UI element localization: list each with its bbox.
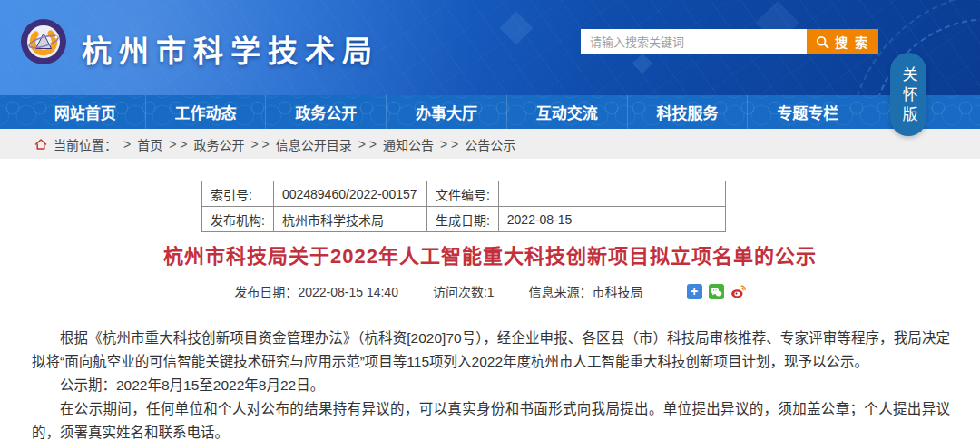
search-input[interactable] <box>581 29 807 54</box>
breadcrumb-separator: > > <box>169 137 187 152</box>
main-nav: 网站首页 工作动态 政务公开 办事大厅 互动交流 科技服务 专题专栏 <box>0 95 980 129</box>
breadcrumb-item-public-announcements[interactable]: 公告公示 <box>465 135 515 153</box>
table-row: 发布机构: 杭州市科学技术局 生成日期: 2022-08-15 <box>202 207 726 232</box>
nav-item-service-hall[interactable]: 办事大厅 <box>387 95 507 129</box>
breadcrumb-item-home[interactable]: 首页 <box>137 135 162 153</box>
publish-date: 发布日期：2022-08-15 14:40 <box>234 282 398 300</box>
index-number-label: 索引号: <box>202 181 274 207</box>
info-source-label: 信息来源： <box>529 285 593 299</box>
breadcrumb-separator: > > <box>440 137 458 152</box>
generated-date-label: 生成日期: <box>426 207 498 232</box>
table-row: 索引号: 002489460/2022-00157 文件编号: <box>202 181 726 207</box>
breadcrumb: 当前位置： > 首页 > > 政务公开 > > 信息公开目录 > > 通知公告 … <box>0 129 980 159</box>
visit-count-label: 访问次数: <box>433 285 487 299</box>
publish-date-value: 2022-08-15 14:40 <box>298 285 398 299</box>
nav-item-special-topics[interactable]: 专题专栏 <box>748 95 867 129</box>
breadcrumb-item-gov-affairs[interactable]: 政务公开 <box>193 135 244 153</box>
generated-date-value: 2022-08-15 <box>498 207 725 232</box>
share-buttons: + <box>687 284 746 299</box>
search-button[interactable]: 搜 索 <box>807 29 878 54</box>
breadcrumb-item-info-catalog[interactable]: 信息公开目录 <box>276 135 352 153</box>
nav-item-tech-services[interactable]: 科技服务 <box>628 95 749 129</box>
site-title: 杭州市科学技术局 <box>82 27 379 71</box>
visit-count: 访问次数:1 <box>433 282 495 300</box>
article-title: 杭州市科技局关于2022年人工智能重大科技创新项目拟立项名单的公示 <box>0 240 980 269</box>
article-paragraph: 公示期：2022年8月15至2022年8月22日。 <box>32 374 950 397</box>
info-source: 信息来源：市科技局 <box>529 282 643 300</box>
publisher-value: 杭州市科学技术局 <box>273 207 426 232</box>
file-number-value <box>498 181 725 207</box>
article-body: 根据《杭州市重大科技创新项目资金管理办法》（杭科资[2020]70号），经企业申… <box>32 327 950 440</box>
site-header: 杭州市科学技术局 搜 索 <box>0 0 980 95</box>
nav-item-gov-affairs[interactable]: 政务公开 <box>266 95 387 129</box>
care-version-tab[interactable]: 关怀版 <box>890 53 926 136</box>
visit-count-value: 1 <box>487 285 495 299</box>
search-button-label: 搜 索 <box>835 33 869 51</box>
breadcrumb-location-label: 当前位置： <box>54 135 117 153</box>
home-icon <box>34 138 47 151</box>
breadcrumb-separator: > <box>123 137 131 152</box>
nav-item-home[interactable]: 网站首页 <box>25 95 146 129</box>
search-bar: 搜 索 <box>581 29 878 54</box>
bureau-logo-icon[interactable] <box>20 18 67 65</box>
nav-item-news[interactable]: 工作动态 <box>146 95 267 129</box>
article-meta: 发布日期：2022-08-15 14:40 访问次数:1 信息来源：市科技局 + <box>0 282 980 300</box>
main-nav-items: 网站首页 工作动态 政务公开 办事大厅 互动交流 科技服务 专题专栏 <box>25 95 867 129</box>
publisher-label: 发布机构: <box>202 207 274 232</box>
breadcrumb-separator: > > <box>250 137 269 152</box>
info-source-value: 市科技局 <box>593 285 643 299</box>
document-info-table: 索引号: 002489460/2022-00157 文件编号: 发布机构: 杭州… <box>201 181 726 232</box>
nav-item-interaction[interactable]: 互动交流 <box>507 95 628 129</box>
breadcrumb-item-notices[interactable]: 通知公告 <box>383 135 434 153</box>
article-paragraph: 根据《杭州市重大科技创新项目资金管理办法》（杭科资[2020]70号），经企业申… <box>32 327 950 374</box>
weibo-share-icon[interactable] <box>730 284 746 299</box>
article-paragraph: 在公示期间，任何单位和个人对公布的结果持有异议的，可以真实身份和书面形式向我局提… <box>32 397 950 440</box>
wechat-share-icon[interactable] <box>709 284 724 299</box>
publish-date-label: 发布日期： <box>234 285 298 299</box>
breadcrumb-separator: > > <box>358 137 377 152</box>
index-number-value: 002489460/2022-00157 <box>273 181 426 207</box>
search-icon <box>816 35 829 49</box>
page: 杭州市科学技术局 搜 索 关怀版 网站首页 工作动态 政务公开 办事大厅 互动交… <box>0 0 980 440</box>
share-more-icon[interactable]: + <box>687 284 702 299</box>
file-number-label: 文件编号: <box>426 181 498 207</box>
